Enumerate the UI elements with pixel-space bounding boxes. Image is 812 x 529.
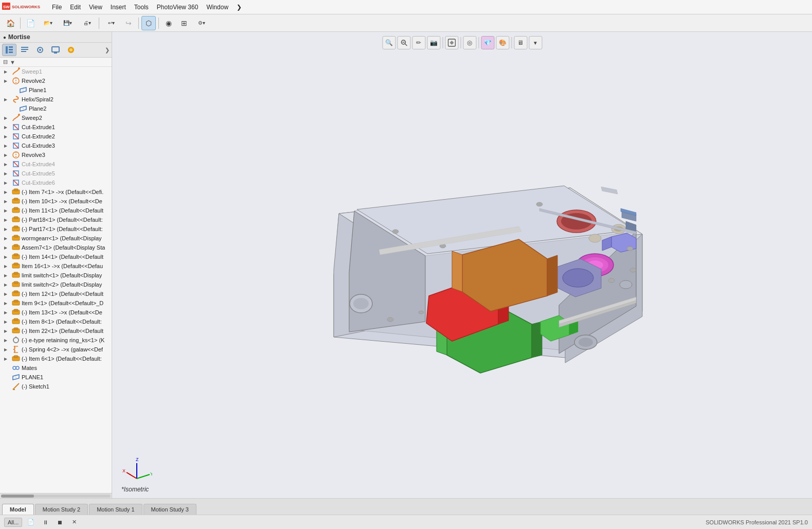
tree-item-arrow[interactable]: ▶ xyxy=(4,208,11,213)
toolbar-settings-dropdown[interactable]: ⚙▾ xyxy=(192,16,211,30)
tree-item-arrow[interactable]: ▶ xyxy=(4,153,11,157)
tree-item[interactable]: (-) Sketch1 xyxy=(0,382,112,391)
toolbar-open-dropdown[interactable]: 📂▾ xyxy=(39,16,57,30)
tree-item[interactable]: ▶Cut-Extrude6 xyxy=(0,178,112,187)
tree-item-arrow[interactable]: ▶ xyxy=(4,273,11,278)
vt-scene[interactable]: 🎨 xyxy=(496,36,509,49)
tree-item[interactable]: ▶Cut-Extrude3 xyxy=(0,141,112,150)
tree-item-arrow[interactable]: ▶ xyxy=(4,144,11,148)
toolbar-select[interactable]: ⬡ xyxy=(141,16,156,30)
tree-item-arrow[interactable]: ▶ xyxy=(4,227,11,232)
tree-item[interactable]: ▶Revolve2 xyxy=(0,76,112,85)
toolbar-undo-dropdown[interactable]: ↩▾ xyxy=(102,16,120,30)
tree-item-arrow[interactable]: ▶ xyxy=(4,320,11,324)
tree-item[interactable]: ▶(-) Part17<1> (Default<<Default: xyxy=(0,224,112,234)
status-close-icon[interactable]: ✕ xyxy=(68,517,80,528)
tree-item-arrow[interactable]: ▶ xyxy=(4,292,11,296)
status-stop-icon[interactable]: ⏹ xyxy=(54,517,65,528)
tree-item-arrow[interactable]: ▶ xyxy=(4,171,11,176)
tree-item[interactable]: ▶Cut-Extrude4 xyxy=(0,160,112,169)
tree-item[interactable]: Plane2 xyxy=(0,104,112,113)
tree-item[interactable]: ▶(-) Item 14<1> (Default<<Default xyxy=(0,252,112,261)
tree-item-arrow[interactable]: ▶ xyxy=(4,245,11,250)
status-all-btn[interactable]: All... xyxy=(4,518,22,527)
tree-item[interactable]: ▶(-) Item 13<1> ->x (Default<<De xyxy=(0,308,112,317)
tree-item-arrow[interactable]: ▶ xyxy=(4,301,11,306)
tree-item[interactable]: ▶Assem7<1> (Default<Display Sta xyxy=(0,243,112,252)
menu-tools[interactable]: Tools xyxy=(131,2,152,12)
tree-item-arrow[interactable]: ▶ xyxy=(4,347,11,352)
toolbar-grid[interactable]: ⊞ xyxy=(177,16,191,30)
menu-arrow[interactable]: ❯ xyxy=(233,2,245,12)
menu-photoview[interactable]: PhotoView 360 xyxy=(153,2,202,12)
tree-item-arrow[interactable]: ▶ xyxy=(4,134,11,139)
toolbar-save-dropdown[interactable]: 💾▾ xyxy=(58,16,77,30)
vt-search[interactable]: 🔍 xyxy=(382,36,395,49)
vt-display-mode[interactable] xyxy=(445,36,458,49)
tree-item[interactable]: ▶Helix/Spiral2 xyxy=(0,95,112,104)
tree-item-arrow[interactable]: ▶ xyxy=(4,79,11,83)
panel-tab-more[interactable]: ❯ xyxy=(105,47,110,54)
tab-property[interactable] xyxy=(17,44,32,56)
toolbar-new[interactable]: 📄 xyxy=(23,16,38,30)
tree-item-arrow[interactable]: ▶ xyxy=(4,199,11,204)
menu-window[interactable]: Window xyxy=(203,2,232,12)
tree-item[interactable]: ▶Cut-Extrude2 xyxy=(0,132,112,141)
tree-item-arrow[interactable]: ▶ xyxy=(4,218,11,222)
tree-item-arrow[interactable]: ▶ xyxy=(4,310,11,315)
tree-item-arrow[interactable]: ▶ xyxy=(4,69,11,74)
viewport[interactable]: 🔍 ✏ 📷 ◎ 💎 🎨 🖥 ▼ xyxy=(112,32,812,498)
tree-item-arrow[interactable]: ▶ xyxy=(4,264,11,269)
tree-item[interactable]: ▶(-) e-type retaining ring_ks<1> (K xyxy=(0,336,112,345)
tree-item[interactable]: ▶(-) Item 6<1> (Default<<Default: xyxy=(0,354,112,363)
tree-item-arrow[interactable]: ▶ xyxy=(4,329,11,333)
vt-appearances[interactable]: 💎 xyxy=(481,36,494,49)
tab-display[interactable] xyxy=(48,44,63,56)
tree-item[interactable]: ▶Cut-Extrude5 xyxy=(0,169,112,178)
menu-file[interactable]: File xyxy=(48,2,65,12)
tree-item[interactable]: ▶(-) Item 7<1> ->x (Default<<Defi. xyxy=(0,187,112,197)
tree-item[interactable]: Mates xyxy=(0,363,112,373)
menu-edit[interactable]: Edit xyxy=(66,2,84,12)
tree-item-arrow[interactable]: ▶ xyxy=(4,116,11,120)
tree-item[interactable]: ▶wormgearr<1> (Default<Display xyxy=(0,234,112,243)
status-pause-icon[interactable]: ⏸ xyxy=(40,517,51,528)
tree-item-arrow[interactable]: ▶ xyxy=(4,162,11,167)
toolbar-home[interactable]: 🏠 xyxy=(3,16,17,30)
tree-item-arrow[interactable]: ▶ xyxy=(4,190,11,195)
tree-item[interactable]: ▶(-) Item 10<1> ->x (Default<<De xyxy=(0,197,112,206)
tab-motion-study-1[interactable]: Motion Study 1 xyxy=(89,504,142,515)
toolbar-redo[interactable]: ↪ xyxy=(121,16,136,30)
tree-item[interactable]: ▶Item 16<1> ->x (Default<<Defau xyxy=(0,261,112,271)
tree-item-arrow[interactable]: ▶ xyxy=(4,181,11,185)
tree-item[interactable]: Plane1 xyxy=(0,85,112,95)
panel-collapse-btn[interactable]: ● xyxy=(3,34,6,40)
tree-item[interactable]: ▶Sweep1 xyxy=(0,67,112,76)
tab-model[interactable]: Model xyxy=(2,504,34,515)
toolbar-appearance[interactable]: ◉ xyxy=(161,16,176,30)
tab-motion-study-2[interactable]: Motion Study 2 xyxy=(35,504,88,515)
tree-item-arrow[interactable]: ▶ xyxy=(4,125,11,130)
tab-config[interactable] xyxy=(33,44,47,56)
vt-edit[interactable]: ✏ xyxy=(412,36,425,49)
tree-container[interactable]: ▶Sweep1▶Revolve2Plane1▶Helix/Spiral2Plan… xyxy=(0,67,112,493)
tree-item[interactable]: ▶limit switch<2> (Default<Display xyxy=(0,280,112,289)
vt-more[interactable]: ▼ xyxy=(529,36,542,49)
tree-item[interactable]: ▶limit switch<1> (Default<Display xyxy=(0,271,112,280)
vt-camera[interactable]: 📷 xyxy=(427,36,440,49)
tree-item[interactable]: ▶(-) Item 8<1> (Default<<Default: xyxy=(0,317,112,326)
tree-hscroll[interactable] xyxy=(0,493,112,498)
tree-item[interactable]: ▶(-) Item 22<1> (Default<<Default xyxy=(0,326,112,336)
tab-feature-tree[interactable] xyxy=(2,44,16,56)
tree-item-arrow[interactable]: ▶ xyxy=(4,97,11,102)
tree-item-arrow[interactable]: ▶ xyxy=(4,236,11,241)
toolbar-print-dropdown[interactable]: 🖨▾ xyxy=(78,16,96,30)
tree-item[interactable]: ▶(-) Spring 4<2> ->x (galaw<<Def xyxy=(0,345,112,354)
menu-view[interactable]: View xyxy=(85,2,106,12)
tree-item-arrow[interactable]: ▶ xyxy=(4,283,11,287)
tree-item[interactable]: ▶(-) Part18<1> (Default<<Default: xyxy=(0,215,112,224)
tab-motion-study-3[interactable]: Motion Study 3 xyxy=(143,504,196,515)
vt-view-settings[interactable]: 🖥 xyxy=(514,36,527,49)
tree-item[interactable]: ▶Sweep2 xyxy=(0,113,112,122)
tree-item[interactable]: ▶(-) Item 12<1> (Default<<Default xyxy=(0,289,112,298)
